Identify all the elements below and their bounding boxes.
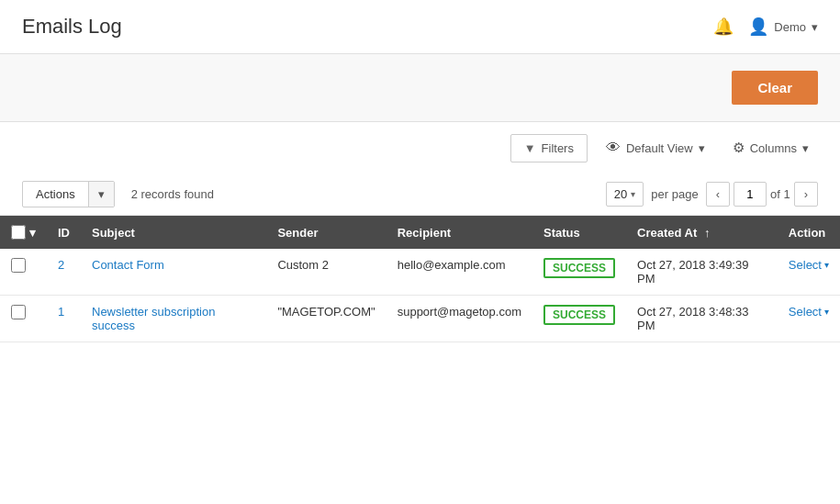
eye-icon: 👁	[606, 140, 621, 156]
sort-arrow-icon: ↑	[704, 226, 711, 240]
actions-label: Actions	[23, 182, 88, 207]
row-subject: Newsletter subscription success	[81, 296, 266, 342]
row-status: SUCCESS	[532, 249, 626, 296]
per-page-wrapper: 20 ▾ per page ‹ of 1 ›	[606, 182, 818, 207]
per-page-label: per page	[651, 187, 698, 201]
default-view-label: Default View	[626, 141, 693, 155]
th-recipient: Recipient	[386, 216, 532, 249]
columns-dropdown-icon: ▾	[802, 141, 809, 155]
row-recipient: hello@example.com	[386, 249, 532, 296]
header-actions: 🔔 👤 Demo ▾	[713, 17, 818, 37]
filters-button[interactable]: ▼ Filters	[510, 134, 588, 162]
select-all-caret-icon[interactable]: ▾	[29, 226, 36, 240]
row-sender: Custom 2	[266, 249, 386, 296]
action-select-link[interactable]: Select ▾	[789, 305, 829, 319]
row-checkbox-cell	[0, 296, 47, 342]
emails-table: ▾ ID Subject Sender Recipient Status Cre…	[0, 216, 840, 342]
page-title: Emails Log	[22, 15, 122, 39]
user-name: Demo	[774, 20, 806, 34]
status-badge: SUCCESS	[543, 258, 615, 278]
records-count: 2 records found	[131, 187, 214, 201]
row-subject: Contact Form	[81, 249, 266, 296]
select-all-checkbox[interactable]	[11, 225, 26, 240]
actions-caret-icon[interactable]: ▾	[88, 182, 114, 207]
th-status: Status	[532, 216, 626, 249]
per-page-select[interactable]: 20 ▾	[606, 182, 644, 207]
th-created-at[interactable]: Created At ↑	[626, 216, 778, 249]
row-id: 2	[47, 249, 81, 296]
row-action: Select ▾	[778, 296, 840, 342]
view-dropdown-icon: ▾	[699, 141, 705, 155]
toolbar: ▼ Filters 👁 Default View ▾ ⚙ Columns ▾	[0, 122, 840, 174]
filter-icon: ▼	[524, 141, 536, 155]
row-checkbox-cell	[0, 249, 47, 296]
columns-button[interactable]: ⚙ Columns ▾	[723, 133, 818, 162]
action-select-link[interactable]: Select ▾	[789, 258, 829, 272]
th-id: ID	[47, 216, 81, 249]
notification-icon[interactable]: 🔔	[713, 17, 734, 37]
row-id: 1	[47, 296, 81, 342]
th-subject: Subject	[81, 216, 266, 249]
actions-dropdown[interactable]: Actions ▾	[22, 181, 115, 207]
filters-label: Filters	[542, 141, 574, 155]
row-checkbox[interactable]	[11, 305, 26, 319]
next-page-button[interactable]: ›	[794, 182, 818, 207]
action-caret-icon: ▾	[824, 307, 829, 317]
prev-page-button[interactable]: ‹	[706, 182, 730, 207]
th-action: Action	[778, 216, 840, 249]
clear-button[interactable]: Clear	[732, 71, 818, 105]
columns-label: Columns	[750, 141, 797, 155]
default-view-button[interactable]: 👁 Default View ▾	[597, 133, 714, 162]
th-sender: Sender	[266, 216, 386, 249]
table-row: 2 Contact Form Custom 2 hello@example.co…	[0, 249, 840, 296]
subject-link[interactable]: Newsletter subscription success	[92, 305, 215, 332]
row-checkbox[interactable]	[11, 258, 26, 273]
select-all-th: ▾	[0, 216, 47, 249]
per-page-value: 20	[614, 187, 627, 201]
row-created-at: Oct 27, 2018 3:48:33 PM	[626, 296, 778, 342]
user-dropdown-icon: ▾	[812, 20, 818, 34]
row-recipient: support@magetop.com	[386, 296, 532, 342]
clear-bar: Clear	[0, 54, 840, 122]
table-header-row: ▾ ID Subject Sender Recipient Status Cre…	[0, 216, 840, 249]
row-created-at: Oct 27, 2018 3:49:39 PM	[626, 249, 778, 296]
row-status: SUCCESS	[532, 296, 626, 342]
pagination: ‹ of 1 ›	[706, 182, 818, 207]
user-menu[interactable]: 👤 Demo ▾	[748, 17, 818, 37]
table-row: 1 Newsletter subscription success "MAGET…	[0, 296, 840, 342]
actions-bar: Actions ▾ 2 records found 20 ▾ per page …	[0, 174, 840, 216]
status-badge: SUCCESS	[543, 305, 615, 325]
subject-link[interactable]: Contact Form	[92, 258, 164, 272]
gear-icon: ⚙	[733, 140, 745, 156]
row-sender: "MAGETOP.COM"	[266, 296, 386, 342]
page-number-input[interactable]	[734, 182, 767, 207]
action-caret-icon: ▾	[824, 260, 829, 270]
page-of-label: of 1	[770, 187, 790, 201]
row-action: Select ▾	[778, 249, 840, 296]
per-page-caret-icon: ▾	[631, 189, 635, 199]
user-icon: 👤	[748, 17, 768, 37]
